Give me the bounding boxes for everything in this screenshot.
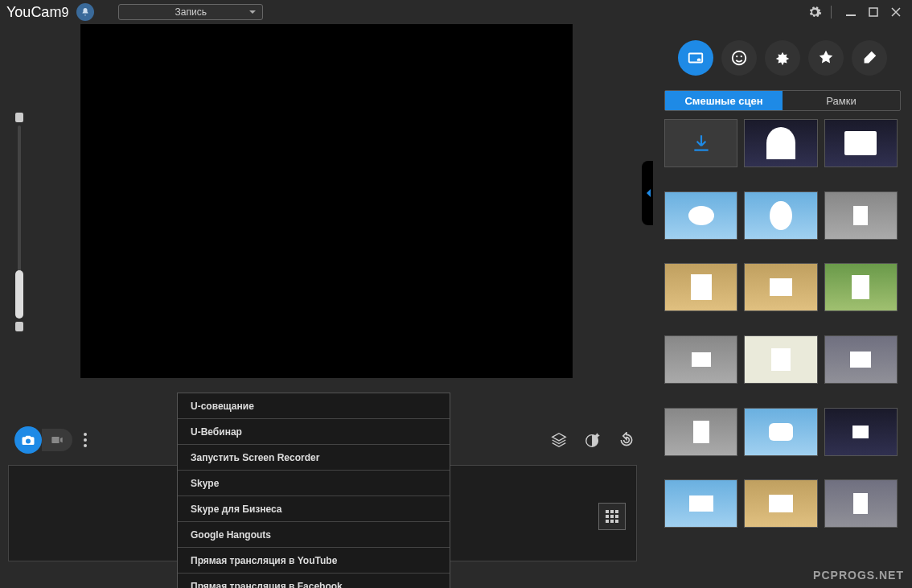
svg-rect-6 (606, 515, 609, 518)
menu-label: Skype для Бизнеса (191, 504, 282, 515)
capture-video-button[interactable] (42, 429, 72, 451)
scene-item[interactable] (664, 335, 737, 384)
menu-item-skype[interactable]: Skype (178, 471, 450, 496)
menu-item-u-webinar[interactable]: U-Вебинар (178, 419, 450, 445)
minimize-button[interactable] (841, 2, 861, 22)
category-scenes-button[interactable] (678, 40, 713, 76)
minimize-icon (846, 7, 856, 17)
capture-photo-button[interactable] (14, 426, 42, 454)
svg-rect-0 (846, 14, 856, 16)
scene-download-more[interactable] (664, 119, 737, 167)
menu-label: Запустить Screen Recorder (191, 452, 319, 463)
more-options-button[interactable] (84, 433, 87, 447)
collapse-panel-button[interactable] (642, 161, 653, 225)
svg-point-14 (736, 56, 737, 57)
app-title: YouCam9 (6, 4, 68, 21)
menu-item-u-meeting[interactable]: U-совещание (178, 393, 450, 419)
close-button[interactable] (886, 2, 906, 22)
scene-item[interactable] (744, 479, 817, 528)
maximize-button[interactable] (864, 2, 883, 22)
title-bar: YouCam9 Запись (0, 0, 912, 24)
svg-rect-3 (606, 510, 609, 513)
scene-item[interactable] (664, 408, 737, 456)
menu-label: Прямая трансляция в YouTube (191, 555, 337, 566)
undo-button[interactable] (614, 428, 639, 452)
contrast-button[interactable] (581, 428, 605, 452)
main-area: Перейти U-совещание U-Вебинар Запустить … (0, 24, 653, 588)
camera-preview (80, 24, 573, 378)
record-mode-dropdown[interactable]: Запись (118, 4, 263, 20)
category-emoji-button[interactable] (721, 40, 757, 76)
scene-item[interactable] (744, 335, 817, 384)
bell-icon (80, 7, 90, 17)
menu-label: Google Hangouts (191, 529, 271, 541)
scenes-icon (687, 49, 705, 67)
svg-rect-9 (606, 520, 609, 523)
scene-item[interactable] (744, 191, 817, 240)
maximize-icon (869, 7, 878, 17)
category-particles-button[interactable] (765, 40, 800, 76)
subtab-frames[interactable]: Рамки (783, 91, 900, 110)
svg-point-13 (733, 51, 746, 65)
scene-item[interactable] (664, 191, 737, 240)
scene-item[interactable] (824, 119, 898, 167)
splat-icon (774, 49, 791, 67)
menu-label: U-совещание (191, 401, 254, 412)
svg-rect-8 (615, 515, 618, 518)
menu-label: U-Вебинар (191, 426, 242, 438)
menu-item-facebook-live[interactable]: Прямая трансляция в Facebook (178, 574, 450, 588)
scene-item[interactable] (664, 263, 737, 311)
scene-item[interactable] (744, 263, 817, 311)
scene-item[interactable] (744, 119, 817, 167)
app-name: YouCam (6, 4, 61, 20)
category-draw-button[interactable] (852, 40, 887, 76)
close-icon (891, 7, 901, 17)
svg-rect-5 (615, 510, 618, 513)
scene-item[interactable] (744, 408, 817, 456)
settings-button[interactable] (805, 2, 824, 22)
layers-icon (550, 431, 568, 449)
smiley-icon (730, 49, 748, 67)
subtab-label: Рамки (826, 95, 856, 107)
watermark: PCPROGS.NET (813, 569, 904, 582)
gallery-grid-button[interactable] (598, 503, 626, 530)
zoom-track[interactable] (18, 125, 21, 319)
layers-button[interactable] (547, 428, 571, 452)
video-icon (51, 434, 64, 446)
svg-rect-4 (610, 510, 614, 513)
divider (831, 6, 832, 19)
scene-item[interactable] (824, 408, 898, 456)
undo-icon (618, 432, 635, 448)
zoom-slider[interactable] (14, 113, 24, 330)
svg-rect-11 (615, 520, 618, 523)
scene-item[interactable] (824, 335, 898, 384)
category-avatars-button[interactable] (808, 40, 844, 76)
zoom-thumb[interactable] (15, 270, 23, 319)
grid-icon (605, 509, 619, 524)
subtab-funny-scenes[interactable]: Смешные сцен (665, 91, 783, 110)
star-face-icon (817, 49, 835, 67)
subtab-row: Смешные сцен Рамки (664, 90, 901, 111)
svg-rect-12 (689, 54, 703, 63)
scene-item[interactable] (664, 479, 737, 528)
scene-item[interactable] (824, 479, 898, 528)
effects-panel: Смешные сцен Рамки (653, 24, 912, 588)
menu-item-skype-business[interactable]: Skype для Бизнеса (178, 496, 450, 522)
category-row (653, 24, 912, 84)
eraser-icon (861, 49, 878, 67)
notifications-button[interactable] (76, 3, 94, 21)
scene-item[interactable] (824, 191, 898, 240)
menu-label: Skype (191, 478, 219, 489)
zoom-in-icon[interactable] (15, 113, 23, 122)
scene-item[interactable] (824, 263, 898, 311)
contrast-icon (584, 431, 602, 449)
menu-item-screen-recorder[interactable]: Запустить Screen Recorder (178, 445, 450, 471)
zoom-out-icon[interactable] (15, 322, 23, 331)
watermark-text: PCPROGS.NET (813, 569, 904, 582)
scene-grid[interactable] (664, 119, 901, 545)
camera-icon (21, 433, 35, 447)
app-version: 9 (61, 6, 68, 19)
menu-item-hangouts[interactable]: Google Hangouts (178, 522, 450, 548)
svg-rect-7 (610, 515, 614, 518)
menu-item-youtube-live[interactable]: Прямая трансляция в YouTube (178, 548, 450, 574)
